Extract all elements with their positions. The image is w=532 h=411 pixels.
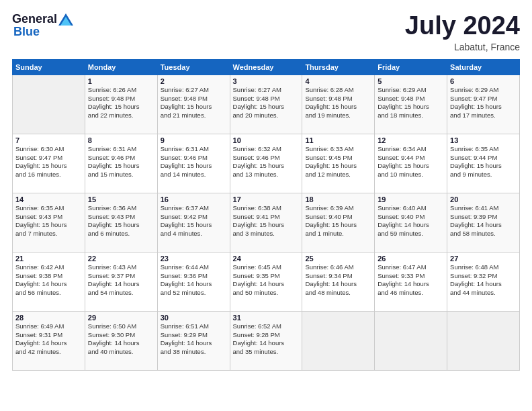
- day-cell: 1Sunrise: 6:26 AM Sunset: 9:48 PM Daylig…: [85, 75, 157, 134]
- day-number: 18: [305, 195, 371, 203]
- day-info: Sunrise: 6:38 AM Sunset: 9:41 PM Dayligh…: [233, 204, 300, 238]
- day-cell: [375, 311, 447, 370]
- day-number: 23: [161, 255, 227, 263]
- day-info: Sunrise: 6:35 AM Sunset: 9:43 PM Dayligh…: [15, 204, 82, 238]
- day-number: 21: [15, 255, 82, 263]
- weekday-header: Tuesday: [157, 59, 230, 75]
- day-info: Sunrise: 6:41 AM Sunset: 9:39 PM Dayligh…: [450, 204, 517, 238]
- day-number: 8: [88, 136, 154, 144]
- day-cell: 21Sunrise: 6:42 AM Sunset: 9:38 PM Dayli…: [13, 252, 85, 311]
- day-cell: [447, 311, 520, 370]
- day-info: Sunrise: 6:49 AM Sunset: 9:31 PM Dayligh…: [15, 322, 82, 357]
- weekday-header: Monday: [85, 59, 157, 75]
- weekday-header: Sunday: [13, 59, 85, 75]
- day-info: Sunrise: 6:45 AM Sunset: 9:35 PM Dayligh…: [233, 263, 300, 298]
- day-info: Sunrise: 6:37 AM Sunset: 9:42 PM Dayligh…: [161, 204, 227, 238]
- day-info: Sunrise: 6:34 AM Sunset: 9:44 PM Dayligh…: [378, 145, 444, 179]
- day-cell: 10Sunrise: 6:32 AM Sunset: 9:46 PM Dayli…: [230, 134, 302, 193]
- day-number: 30: [161, 314, 227, 322]
- day-info: Sunrise: 6:27 AM Sunset: 9:48 PM Dayligh…: [233, 86, 300, 120]
- day-number: 7: [15, 136, 82, 144]
- week-row: 14Sunrise: 6:35 AM Sunset: 9:43 PM Dayli…: [13, 193, 520, 252]
- day-info: Sunrise: 6:31 AM Sunset: 9:46 PM Dayligh…: [88, 145, 154, 179]
- day-number: 5: [378, 77, 444, 85]
- day-cell: 28Sunrise: 6:49 AM Sunset: 9:31 PM Dayli…: [13, 311, 85, 370]
- day-number: 25: [305, 255, 371, 263]
- day-cell: [13, 75, 85, 134]
- day-number: 27: [450, 255, 517, 263]
- day-cell: 27Sunrise: 6:48 AM Sunset: 9:32 PM Dayli…: [447, 252, 520, 311]
- day-number: 31: [233, 314, 300, 322]
- logo: GeneralBlue: [12, 12, 75, 39]
- day-number: 20: [450, 195, 517, 203]
- day-cell: 15Sunrise: 6:36 AM Sunset: 9:43 PM Dayli…: [85, 193, 157, 252]
- day-cell: 19Sunrise: 6:40 AM Sunset: 9:40 PM Dayli…: [375, 193, 447, 252]
- day-cell: 25Sunrise: 6:46 AM Sunset: 9:34 PM Dayli…: [302, 252, 375, 311]
- title-section: July 2024 Labatut, France: [405, 12, 520, 52]
- day-number: 24: [233, 255, 300, 263]
- day-number: 3: [233, 77, 300, 85]
- week-row: 7Sunrise: 6:30 AM Sunset: 9:47 PM Daylig…: [13, 134, 520, 193]
- day-cell: 31Sunrise: 6:52 AM Sunset: 9:28 PM Dayli…: [230, 311, 302, 370]
- day-cell: 16Sunrise: 6:37 AM Sunset: 9:42 PM Dayli…: [157, 193, 230, 252]
- day-cell: 7Sunrise: 6:30 AM Sunset: 9:47 PM Daylig…: [13, 134, 85, 193]
- day-cell: 6Sunrise: 6:29 AM Sunset: 9:47 PM Daylig…: [447, 75, 520, 134]
- day-number: 2: [161, 77, 227, 85]
- week-row: 28Sunrise: 6:49 AM Sunset: 9:31 PM Dayli…: [13, 311, 520, 370]
- weekday-header: Saturday: [447, 59, 520, 75]
- day-number: 17: [233, 195, 300, 203]
- day-info: Sunrise: 6:26 AM Sunset: 9:48 PM Dayligh…: [88, 86, 154, 120]
- day-number: 29: [88, 314, 154, 322]
- day-cell: 13Sunrise: 6:35 AM Sunset: 9:44 PM Dayli…: [447, 134, 520, 193]
- day-number: 19: [378, 195, 444, 203]
- day-number: 11: [305, 136, 371, 144]
- day-cell: 8Sunrise: 6:31 AM Sunset: 9:46 PM Daylig…: [85, 134, 157, 193]
- weekday-header-row: SundayMondayTuesdayWednesdayThursdayFrid…: [13, 59, 520, 75]
- day-cell: 23Sunrise: 6:44 AM Sunset: 9:36 PM Dayli…: [157, 252, 230, 311]
- day-cell: 9Sunrise: 6:31 AM Sunset: 9:46 PM Daylig…: [157, 134, 230, 193]
- day-cell: 17Sunrise: 6:38 AM Sunset: 9:41 PM Dayli…: [230, 193, 302, 252]
- calendar: SundayMondayTuesdayWednesdayThursdayFrid…: [12, 59, 520, 371]
- day-cell: 14Sunrise: 6:35 AM Sunset: 9:43 PM Dayli…: [13, 193, 85, 252]
- day-number: 9: [161, 136, 227, 144]
- day-info: Sunrise: 6:33 AM Sunset: 9:45 PM Dayligh…: [305, 145, 371, 179]
- day-info: Sunrise: 6:39 AM Sunset: 9:40 PM Dayligh…: [305, 204, 371, 238]
- day-cell: 29Sunrise: 6:50 AM Sunset: 9:30 PM Dayli…: [85, 311, 157, 370]
- weekday-header: Friday: [375, 59, 447, 75]
- weekday-header: Wednesday: [230, 59, 302, 75]
- day-cell: [302, 311, 375, 370]
- day-info: Sunrise: 6:42 AM Sunset: 9:38 PM Dayligh…: [15, 263, 82, 298]
- day-info: Sunrise: 6:47 AM Sunset: 9:33 PM Dayligh…: [378, 263, 444, 298]
- day-cell: 26Sunrise: 6:47 AM Sunset: 9:33 PM Dayli…: [375, 252, 447, 311]
- day-info: Sunrise: 6:43 AM Sunset: 9:37 PM Dayligh…: [88, 263, 154, 298]
- day-info: Sunrise: 6:36 AM Sunset: 9:43 PM Dayligh…: [88, 204, 154, 238]
- day-number: 15: [88, 195, 154, 203]
- day-info: Sunrise: 6:28 AM Sunset: 9:48 PM Dayligh…: [305, 86, 371, 120]
- day-cell: 20Sunrise: 6:41 AM Sunset: 9:39 PM Dayli…: [447, 193, 520, 252]
- day-number: 12: [378, 136, 444, 144]
- day-info: Sunrise: 6:44 AM Sunset: 9:36 PM Dayligh…: [161, 263, 227, 298]
- day-info: Sunrise: 6:29 AM Sunset: 9:47 PM Dayligh…: [450, 86, 517, 120]
- day-number: 14: [15, 195, 82, 203]
- week-row: 1Sunrise: 6:26 AM Sunset: 9:48 PM Daylig…: [13, 75, 520, 134]
- day-info: Sunrise: 6:35 AM Sunset: 9:44 PM Dayligh…: [450, 145, 517, 179]
- day-cell: 2Sunrise: 6:27 AM Sunset: 9:48 PM Daylig…: [157, 75, 230, 134]
- day-cell: 3Sunrise: 6:27 AM Sunset: 9:48 PM Daylig…: [230, 75, 302, 134]
- day-number: 28: [15, 314, 82, 322]
- day-number: 1: [88, 77, 154, 85]
- day-number: 10: [233, 136, 300, 144]
- day-info: Sunrise: 6:29 AM Sunset: 9:48 PM Dayligh…: [378, 86, 444, 120]
- weekday-header: Thursday: [302, 59, 375, 75]
- day-number: 13: [450, 136, 517, 144]
- day-info: Sunrise: 6:46 AM Sunset: 9:34 PM Dayligh…: [305, 263, 371, 298]
- day-number: 4: [305, 77, 371, 85]
- day-number: 26: [378, 255, 444, 263]
- day-number: 22: [88, 255, 154, 263]
- day-number: 16: [161, 195, 227, 203]
- day-cell: 4Sunrise: 6:28 AM Sunset: 9:48 PM Daylig…: [302, 75, 375, 134]
- day-info: Sunrise: 6:52 AM Sunset: 9:28 PM Dayligh…: [233, 322, 300, 357]
- day-cell: 22Sunrise: 6:43 AM Sunset: 9:37 PM Dayli…: [85, 252, 157, 311]
- day-info: Sunrise: 6:50 AM Sunset: 9:30 PM Dayligh…: [88, 322, 154, 357]
- day-info: Sunrise: 6:31 AM Sunset: 9:46 PM Dayligh…: [161, 145, 227, 179]
- page: GeneralBlue July 2024 Labatut, France Su…: [0, 0, 532, 411]
